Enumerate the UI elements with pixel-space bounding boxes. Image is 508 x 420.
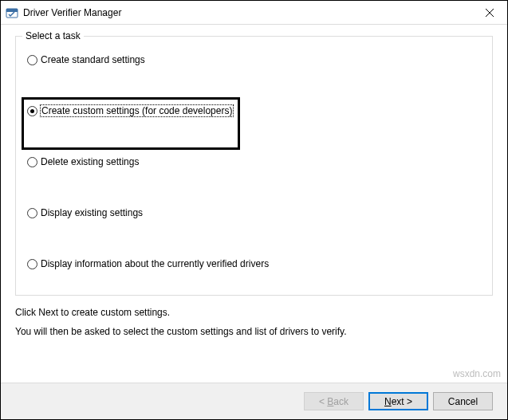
radio-icon [27,157,37,167]
radio-icon [27,259,37,269]
button-bar: < Back Next > Cancel [1,383,507,419]
window-title: Driver Verifier Manager [23,7,471,18]
titlebar: Driver Verifier Manager [1,1,507,25]
svg-rect-1 [6,9,18,12]
next-button[interactable]: Next > [368,392,428,410]
radio-icon [27,55,37,65]
instruction-line-2: You will then be asked to select the cus… [15,326,493,337]
radio-label: Delete existing settings [41,156,139,167]
radio-display-existing[interactable]: Display existing settings [27,207,481,218]
close-button[interactable] [471,1,507,25]
radio-icon [27,106,37,116]
radio-label: Display existing settings [41,207,143,218]
radio-label: Create custom settings (for code develop… [41,105,233,116]
content-area: Select a task Create standard settings C… [1,25,507,383]
radio-create-custom[interactable]: Create custom settings (for code develop… [27,105,481,116]
radio-display-info[interactable]: Display information about the currently … [27,258,481,269]
cancel-button[interactable]: Cancel [433,392,493,410]
next-button-label: Next > [384,396,412,407]
task-groupbox: Select a task Create standard settings C… [15,36,493,296]
back-button-label: < Back [319,396,349,407]
radio-delete-existing[interactable]: Delete existing settings [27,156,481,167]
instructions: Click Next to create custom settings. Yo… [15,307,493,337]
app-icon [6,6,18,19]
instruction-line-1: Click Next to create custom settings. [15,307,493,318]
radio-label: Display information about the currently … [41,258,269,269]
radio-icon [27,208,37,218]
groupbox-legend: Select a task [22,30,84,41]
radio-label: Create standard settings [41,54,145,65]
back-button: < Back [304,392,364,410]
cancel-button-label: Cancel [448,396,478,407]
radio-create-standard[interactable]: Create standard settings [27,54,481,65]
